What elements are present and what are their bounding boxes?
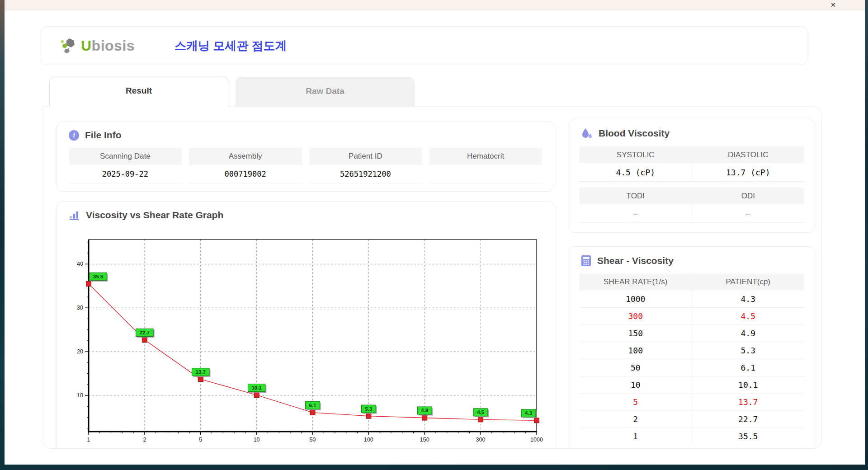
file-info-title-row: i File Info bbox=[57, 122, 554, 141]
svg-text:2: 2 bbox=[143, 437, 146, 443]
tab-raw-data[interactable]: Raw Data bbox=[236, 77, 415, 107]
file-info-grid: Scanning Date2025-09-22Assembly000719002… bbox=[69, 148, 542, 183]
calculator-icon bbox=[581, 255, 591, 267]
shear-rate-value: 300 bbox=[580, 308, 692, 325]
shear-viscosity-card: Shear - Viscosity SHEAR RATE(1/s) PATIEN… bbox=[569, 246, 815, 448]
chart-bars-icon bbox=[69, 210, 80, 221]
shear-viscosity-title: Shear - Viscosity bbox=[597, 255, 674, 266]
todi-odi-value-row: – – bbox=[580, 204, 804, 223]
file-info-title: File Info bbox=[85, 130, 122, 141]
file-info-column: Hematocrit bbox=[429, 148, 542, 183]
todi-header: TODI bbox=[580, 188, 692, 204]
svg-text:13.7: 13.7 bbox=[196, 369, 206, 375]
blood-viscosity-table: SYSTOLIC DIASTOLIC 4.5 (cP) 13.7 (cP) TO… bbox=[580, 146, 804, 223]
blood-viscosity-row-gap bbox=[580, 182, 804, 188]
header-card: Ubiosis 스캐닝 모세관 점도계 bbox=[40, 26, 808, 65]
shear-viscosity-row: 135.5 bbox=[580, 428, 804, 445]
patient-viscosity-value: 4.9 bbox=[692, 325, 805, 342]
logo-word: biosis bbox=[92, 38, 135, 54]
diastolic-header: DIASTOLIC bbox=[692, 146, 805, 163]
svg-text:4.5: 4.5 bbox=[477, 409, 485, 415]
svg-text:4.9: 4.9 bbox=[421, 408, 428, 413]
patient-viscosity-value: 5.3 bbox=[692, 342, 805, 359]
window-titlebar: ✕ bbox=[5, 0, 865, 10]
file-info-column-value bbox=[429, 165, 542, 183]
file-info-column: Scanning Date2025-09-22 bbox=[69, 148, 182, 183]
viscosity-chart: 102030401251050100150300100035.522.713.7… bbox=[64, 231, 543, 445]
file-info-column-header: Patient ID bbox=[309, 148, 422, 165]
shear-rate-value: 150 bbox=[580, 325, 692, 342]
patient-viscosity-value: 4.5 bbox=[692, 308, 805, 325]
info-icon: i bbox=[69, 130, 79, 141]
patient-viscosity-value: 10.1 bbox=[692, 376, 805, 394]
odi-value: – bbox=[692, 204, 805, 223]
svg-text:10: 10 bbox=[254, 437, 260, 443]
shear-viscosity-row: 1005.3 bbox=[580, 342, 804, 359]
shear-viscosity-header-row: SHEAR RATE(1/s) PATIENT(cp) bbox=[580, 273, 804, 291]
patient-viscosity-value: 13.7 bbox=[692, 394, 805, 411]
app-logo: Ubiosis bbox=[59, 36, 135, 55]
blood-viscosity-title: Blood Viscosity bbox=[599, 128, 670, 139]
svg-text:10.1: 10.1 bbox=[251, 385, 262, 390]
svg-text:20: 20 bbox=[77, 348, 83, 355]
odi-header: ODI bbox=[692, 188, 805, 204]
shear-viscosity-row: 3004.5 bbox=[580, 308, 804, 325]
result-tab-panel: i File Info Scanning Date2025-09-22Assem… bbox=[43, 106, 821, 449]
close-icon[interactable]: ✕ bbox=[828, 0, 838, 9]
svg-text:1: 1 bbox=[87, 437, 90, 443]
svg-text:22.7: 22.7 bbox=[140, 330, 150, 335]
file-info-card: i File Info Scanning Date2025-09-22Assem… bbox=[57, 121, 554, 192]
shear-viscosity-rows: 10004.33004.51504.91005.3506.11010.1513.… bbox=[580, 291, 804, 445]
patient-viscosity-value: 4.3 bbox=[692, 291, 805, 308]
todi-value: – bbox=[580, 204, 692, 223]
shear-rate-value: 1 bbox=[580, 428, 692, 445]
patient-viscosity-value: 6.1 bbox=[692, 359, 805, 376]
shear-rate-header: SHEAR RATE(1/s) bbox=[580, 273, 692, 291]
svg-text:10: 10 bbox=[77, 392, 83, 399]
app-window: ✕ Ubiosis 스캐닝 모세관 점도계 Result Raw Data bbox=[5, 0, 865, 465]
shear-viscosity-title-row: Shear - Viscosity bbox=[569, 247, 815, 267]
svg-text:6.1: 6.1 bbox=[309, 403, 317, 408]
graph-title-row: Viscosity vs Shear Rate Graph bbox=[57, 202, 554, 221]
file-info-column-header: Scanning Date bbox=[69, 148, 182, 165]
blood-viscosity-header-row: SYSTOLIC DIASTOLIC bbox=[580, 146, 804, 163]
svg-text:1000: 1000 bbox=[530, 437, 543, 443]
logo-text: Ubiosis bbox=[81, 38, 135, 54]
shear-rate-value: 100 bbox=[580, 342, 692, 359]
patient-viscosity-value: 35.5 bbox=[692, 428, 805, 445]
shear-viscosity-row: 10004.3 bbox=[580, 291, 804, 308]
droplets-icon bbox=[581, 127, 593, 139]
shear-viscosity-table: SHEAR RATE(1/s) PATIENT(cp) 10004.33004.… bbox=[580, 273, 804, 445]
graph-card: Viscosity vs Shear Rate Graph 1020304012… bbox=[57, 201, 554, 448]
tab-result[interactable]: Result bbox=[49, 76, 228, 107]
file-info-column-value: 000719002 bbox=[189, 165, 302, 183]
svg-text:5: 5 bbox=[199, 437, 202, 443]
file-info-column: Patient ID52651921200 bbox=[309, 148, 422, 183]
shear-viscosity-row: 1504.9 bbox=[580, 325, 804, 342]
svg-text:35.5: 35.5 bbox=[93, 274, 104, 279]
shear-viscosity-row: 222.7 bbox=[580, 411, 804, 428]
svg-text:40: 40 bbox=[77, 261, 83, 267]
todi-odi-header-row: TODI ODI bbox=[580, 188, 804, 204]
shear-rate-value: 10 bbox=[580, 376, 692, 394]
svg-text:5.3: 5.3 bbox=[365, 406, 372, 412]
svg-text:150: 150 bbox=[420, 437, 429, 443]
graph-title: Viscosity vs Shear Rate Graph bbox=[86, 210, 223, 221]
file-info-column-value: 2025-09-22 bbox=[69, 165, 182, 183]
shear-rate-value: 50 bbox=[580, 359, 692, 376]
systolic-header: SYSTOLIC bbox=[580, 146, 692, 163]
systolic-value: 4.5 (cP) bbox=[580, 163, 692, 182]
file-info-column-value: 52651921200 bbox=[309, 165, 422, 183]
app-title: 스캐닝 모세관 점도계 bbox=[175, 38, 287, 54]
blood-viscosity-value-row: 4.5 (cP) 13.7 (cP) bbox=[580, 163, 804, 182]
svg-text:50: 50 bbox=[310, 437, 316, 443]
shear-rate-value: 2 bbox=[580, 411, 692, 428]
shear-viscosity-row: 513.7 bbox=[580, 394, 804, 411]
patient-viscosity-value: 22.7 bbox=[692, 411, 805, 428]
blood-viscosity-title-row: Blood Viscosity bbox=[569, 119, 815, 139]
shear-rate-value: 5 bbox=[580, 394, 692, 411]
svg-text:100: 100 bbox=[364, 437, 373, 443]
file-info-column-header: Assembly bbox=[189, 148, 302, 165]
shear-viscosity-row: 1010.1 bbox=[580, 376, 804, 394]
shear-rate-value: 1000 bbox=[580, 291, 692, 308]
